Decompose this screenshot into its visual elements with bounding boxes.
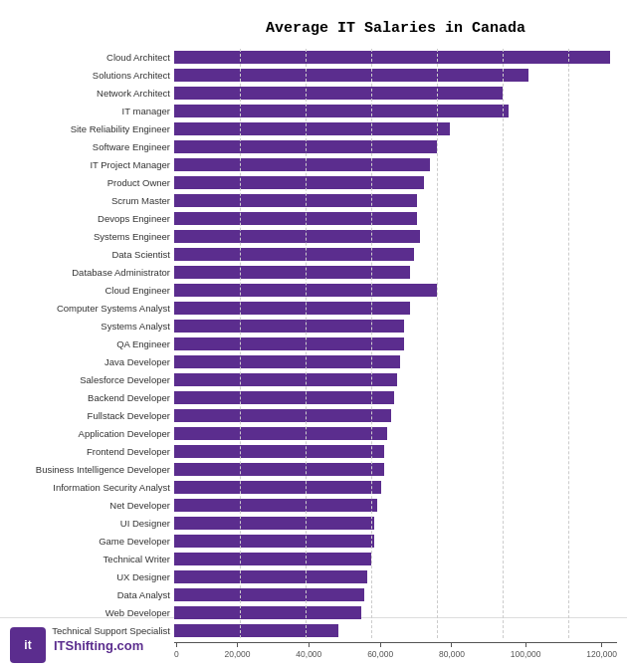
bar-label: Site Reliability Engineer: [11, 123, 170, 134]
bar-row: Backend Developer: [174, 389, 617, 405]
bar-row: Web Developer: [174, 604, 617, 620]
bar-label: Systems Engineer: [11, 231, 170, 242]
bar: [174, 606, 361, 619]
bar-row: Fullstack Developer: [174, 407, 617, 423]
chart-title: Average IT Salaries in Canada: [174, 20, 617, 37]
bar: [174, 445, 384, 458]
bar-row: Technical Writer: [174, 551, 617, 566]
bar-row: Cloud Architect: [174, 49, 617, 65]
bar-label: Cloud Engineer: [11, 285, 170, 296]
bar-label: Network Architect: [11, 88, 170, 99]
bar-label: Systems Analyst: [11, 321, 170, 332]
bar-row: Net Developer: [174, 497, 617, 513]
bar: [174, 266, 410, 279]
x-tick-label: 120,000: [586, 649, 617, 659]
bar-row: UX Designer: [174, 568, 617, 584]
bar: [174, 212, 417, 225]
bar: [174, 87, 503, 100]
bar-label: Data Scientist: [11, 249, 170, 260]
bar-row: UI Designer: [174, 515, 617, 531]
bar-row: Information Security Analyst: [174, 479, 617, 495]
bar-label: Java Developer: [11, 356, 170, 367]
bar-label: Solutions Architect: [11, 70, 170, 81]
bar: [174, 570, 367, 583]
x-tick-label: 40,000: [296, 649, 321, 659]
bar-label: Business Intelligence Developer: [11, 464, 170, 475]
bars-area: Cloud ArchitectSolutions ArchitectNetwor…: [174, 49, 617, 638]
bar-label: Game Developer: [11, 536, 170, 547]
footer-logo-text: it: [24, 638, 31, 652]
bar: [174, 122, 450, 135]
x-tick-label: 100,000: [511, 649, 541, 659]
bar: [174, 140, 437, 153]
bar-label: Application Developer: [11, 428, 170, 439]
bar-label: Technical Support Specialist: [11, 625, 170, 636]
bar-row: Application Developer: [174, 425, 617, 441]
bar-row: Salesforce Developer: [174, 371, 617, 387]
bar-label: Frontend Developer: [11, 446, 170, 457]
footer-site: ITShifting.com: [54, 638, 143, 653]
bar-row: Solutions Architect: [174, 67, 617, 83]
bar: [174, 284, 437, 297]
bar-label: Backend Developer: [11, 392, 170, 403]
bar-row: Frontend Developer: [174, 443, 617, 459]
bar-label: Scrum Master: [11, 195, 170, 206]
bar-label: Technical Writer: [11, 554, 170, 564]
bar: [174, 51, 610, 64]
bar: [174, 105, 509, 117]
x-tick-line: [380, 642, 381, 647]
bar-row: Site Reliability Engineer: [174, 120, 617, 136]
bar: [174, 69, 528, 82]
x-tick-label: 0: [174, 649, 179, 659]
bar-label: Product Owner: [11, 177, 170, 188]
bar-row: Devops Engineer: [174, 210, 617, 226]
bar-label: Cloud Architect: [11, 52, 170, 63]
bar-label: Database Administrator: [11, 267, 170, 278]
x-tick: 80,000: [439, 642, 465, 659]
bar-row: Data Analyst: [174, 586, 617, 602]
bar: [174, 176, 424, 189]
bar-label: Devops Engineer: [11, 213, 170, 224]
bar-label: Information Security Analyst: [11, 482, 170, 493]
bar-label: Data Analyst: [11, 589, 170, 600]
x-tick: 60,000: [367, 642, 393, 659]
bar: [174, 230, 420, 243]
bar: [174, 194, 417, 207]
bar-row: Scrum Master: [174, 192, 617, 208]
bar-label: UI Designer: [11, 518, 170, 529]
chart-container: Average IT Salaries in Canada Cloud Arch…: [0, 0, 627, 617]
bar: [174, 499, 377, 512]
x-tick: 100,000: [511, 642, 541, 659]
bar-label: IT manager: [11, 106, 170, 116]
bar: [174, 355, 400, 368]
x-tick-label: 20,000: [225, 649, 251, 659]
bar: [174, 409, 391, 422]
bar: [174, 248, 414, 261]
x-tick-label: 60,000: [367, 649, 393, 659]
bar-label: Net Developer: [11, 500, 170, 511]
bar: [174, 535, 374, 548]
bar-row: Technical Support Specialist: [174, 622, 617, 638]
bar-row: Game Developer: [174, 533, 617, 549]
x-tick-line: [601, 642, 602, 647]
bar-row: Business Intelligence Developer: [174, 461, 617, 477]
bar-row: Computer Systems Analyst: [174, 300, 617, 316]
bar: [174, 337, 404, 350]
bar: [174, 624, 338, 637]
x-tick: 40,000: [296, 642, 321, 659]
x-tick: 20,000: [225, 642, 251, 659]
bar-label: Salesforce Developer: [11, 374, 170, 385]
bar-row: QA Engineer: [174, 336, 617, 351]
x-tick-line: [176, 642, 177, 647]
bar-row: Database Administrator: [174, 264, 617, 280]
bar-label: Web Developer: [11, 607, 170, 618]
bar: [174, 427, 387, 440]
x-tick: 120,000: [586, 642, 617, 659]
bar-label: IT Project Manager: [11, 159, 170, 170]
bar-label: Fullstack Developer: [11, 410, 170, 421]
x-tick: 0: [174, 642, 179, 659]
x-tick-line: [309, 642, 310, 647]
bar-label: Software Engineer: [11, 141, 170, 152]
bar-row: IT Project Manager: [174, 156, 617, 172]
bar: [174, 302, 410, 315]
